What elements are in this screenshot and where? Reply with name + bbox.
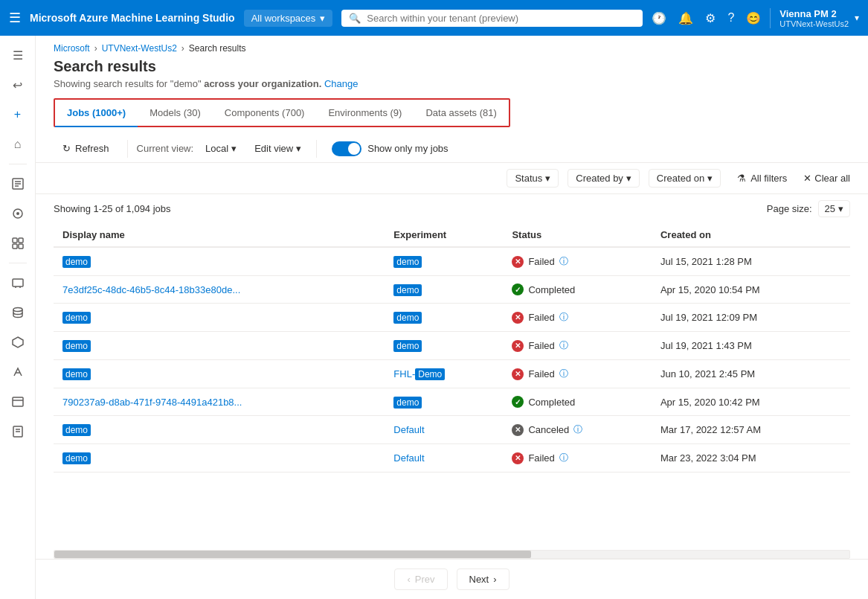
status-info-icon[interactable]: ⓘ xyxy=(559,339,568,352)
status-icon: ✕ xyxy=(512,424,524,436)
experiment-link[interactable]: Default xyxy=(393,452,424,464)
page-title: Search results xyxy=(36,54,868,78)
sidebar-item-compute[interactable] xyxy=(4,269,31,296)
filters-row: Status ▾ Created by ▾ Created on ▾ ⚗ All… xyxy=(36,163,868,194)
status-info-icon[interactable]: ⓘ xyxy=(559,452,568,464)
clear-all-label: Clear all xyxy=(814,173,850,184)
next-icon: › xyxy=(493,574,496,585)
change-scope-link[interactable]: Change xyxy=(324,78,359,89)
current-view-dropdown[interactable]: Local ▾ xyxy=(199,140,242,157)
tab-models[interactable]: Models (30) xyxy=(138,100,213,127)
cell-experiment: demo xyxy=(385,304,503,332)
sidebar-item-data[interactable] xyxy=(4,299,31,326)
sidebar-item-back[interactable]: ↩ xyxy=(4,71,31,98)
toolbar-separator xyxy=(127,140,128,158)
cell-status: ✓Completed xyxy=(503,388,652,416)
breadcrumb-microsoft[interactable]: Microsoft xyxy=(54,43,90,54)
status-info-icon[interactable]: ⓘ xyxy=(559,368,568,380)
highlight-tag: demo xyxy=(62,312,91,324)
current-view-value: Local xyxy=(205,143,228,154)
refresh-button[interactable]: ↻ Refresh xyxy=(54,139,118,158)
cell-display-name: demo xyxy=(54,416,385,444)
status-filter-button[interactable]: Status ▾ xyxy=(507,169,559,188)
prev-icon: ‹ xyxy=(407,574,410,585)
table-row: demodemo✕FailedⓘJul 19, 2021 1:43 PM xyxy=(54,332,850,360)
edit-view-dropdown[interactable]: Edit view ▾ xyxy=(248,140,307,157)
scrollbar-thumb[interactable] xyxy=(54,551,531,558)
horizontal-scrollbar[interactable] xyxy=(54,550,850,559)
page-subtitle: Showing search results for "demo" across… xyxy=(36,78,868,98)
status-badge: ✕Failedⓘ xyxy=(512,339,643,352)
cell-experiment: demo xyxy=(385,247,503,276)
cell-status: ✕Failedⓘ xyxy=(503,444,652,473)
help-icon[interactable]: ? xyxy=(727,11,734,25)
sidebar-item-jobs[interactable] xyxy=(4,170,31,197)
user-chevron-icon[interactable]: ▾ xyxy=(855,13,859,23)
clear-all-button[interactable]: ✕ Clear all xyxy=(803,173,850,184)
status-text: Failed xyxy=(528,368,554,379)
show-my-jobs-toggle[interactable] xyxy=(332,141,361,156)
job-link[interactable]: 790237a9-d8ab-471f-9748-4491a421b8... xyxy=(62,397,242,408)
created-on-filter-button[interactable]: Created on ▾ xyxy=(649,169,721,188)
workspace-selector[interactable]: All workspaces ▾ xyxy=(244,10,333,27)
highlight-tag: demo xyxy=(62,340,91,352)
status-badge: ✕Canceledⓘ xyxy=(512,423,643,436)
global-search-bar[interactable]: 🔍 xyxy=(341,10,643,27)
col-experiment: Experiment xyxy=(385,223,503,247)
table-row: demodemo✕FailedⓘJul 19, 2021 12:09 PM xyxy=(54,304,850,332)
breadcrumb-workspace[interactable]: UTVNext-WestUs2 xyxy=(102,43,177,54)
page-size-dropdown[interactable]: 25 ▾ xyxy=(818,200,850,217)
status-badge: ✕Failedⓘ xyxy=(512,368,643,380)
tab-environments[interactable]: Environments (9) xyxy=(316,100,414,127)
experiment-link[interactable]: FHL- xyxy=(393,368,415,379)
sidebar-item-pipelines[interactable] xyxy=(4,200,31,227)
status-info-icon[interactable]: ⓘ xyxy=(559,311,568,324)
user-avatar[interactable]: 😊 xyxy=(746,11,761,25)
table-row: 790237a9-d8ab-471f-9748-4491a421b8...dem… xyxy=(54,388,850,416)
cell-experiment: Default xyxy=(385,416,503,444)
created-by-filter-button[interactable]: Created by ▾ xyxy=(568,169,640,188)
status-filter-label: Status xyxy=(515,173,542,184)
cell-created-on: Jul 15, 2021 1:28 PM xyxy=(652,247,850,276)
svg-rect-10 xyxy=(13,279,23,286)
status-info-icon[interactable]: ⓘ xyxy=(559,255,568,268)
cell-status: ✕Failedⓘ xyxy=(503,332,652,360)
status-icon: ✓ xyxy=(512,284,524,295)
sidebar-item-environments[interactable] xyxy=(4,388,31,415)
sidebar-item-menu[interactable]: ☰ xyxy=(4,42,31,68)
highlight-tag: demo xyxy=(393,284,422,296)
svg-rect-16 xyxy=(13,397,23,406)
created-by-filter-chevron-icon: ▾ xyxy=(626,173,631,184)
global-search-input[interactable] xyxy=(367,13,635,24)
clear-all-x-icon: ✕ xyxy=(803,173,811,184)
history-icon[interactable]: 🕐 xyxy=(652,11,666,25)
edit-view-chevron-icon: ▾ xyxy=(296,143,301,154)
highlight-tag: demo xyxy=(62,256,91,268)
sidebar-item-notebooks[interactable] xyxy=(4,418,31,445)
cell-created-on: Mar 17, 2022 12:57 AM xyxy=(652,416,850,444)
sidebar-item-models[interactable] xyxy=(4,329,31,356)
sidebar-item-create[interactable]: + xyxy=(4,101,31,128)
prev-button[interactable]: ‹ Prev xyxy=(394,568,447,590)
tab-jobs[interactable]: Jobs (1000+) xyxy=(55,100,138,127)
sidebar-item-endpoints[interactable] xyxy=(4,359,31,385)
cell-status: ✕Canceledⓘ xyxy=(503,416,652,444)
sidebar-item-home[interactable]: ⌂ xyxy=(4,131,31,158)
sidebar-item-components[interactable] xyxy=(4,230,31,257)
tab-data-assets[interactable]: Data assets (81) xyxy=(414,100,508,127)
notifications-icon[interactable]: 🔔 xyxy=(678,11,693,25)
status-icon: ✕ xyxy=(512,312,524,324)
breadcrumb-sep-2: › xyxy=(181,43,184,54)
breadcrumb-sep-1: › xyxy=(94,43,97,54)
status-info-icon[interactable]: ⓘ xyxy=(573,423,582,436)
next-button[interactable]: Next › xyxy=(457,568,509,590)
menu-icon[interactable]: ☰ xyxy=(9,10,21,26)
refresh-label: Refresh xyxy=(75,143,109,154)
cell-display-name: demo xyxy=(54,444,385,473)
tab-components[interactable]: Components (700) xyxy=(213,100,317,127)
all-filters-button[interactable]: ⚗ All filters xyxy=(730,170,794,187)
experiment-link[interactable]: Default xyxy=(393,424,424,435)
settings-icon[interactable]: ⚙ xyxy=(705,11,716,25)
current-view-label: Current view: xyxy=(137,143,194,154)
job-link[interactable]: 7e3df25c-48dc-46b5-8c44-18b33e80de... xyxy=(62,284,240,295)
